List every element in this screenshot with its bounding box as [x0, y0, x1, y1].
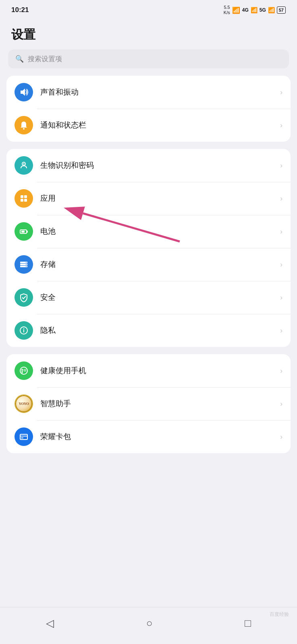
page-title: 设置	[0, 19, 297, 50]
nav-back-button[interactable]: ◁	[34, 614, 66, 633]
privacy-icon-circle	[15, 321, 33, 340]
security-label: 安全	[40, 292, 280, 303]
svg-rect-12	[27, 231, 28, 233]
svg-rect-5	[24, 195, 27, 198]
settings-row-assistant[interactable]: YOYO 智慧助手 ›	[6, 387, 291, 420]
sound-icon	[19, 87, 29, 97]
data-speed: 5.5K/s	[224, 5, 230, 15]
svg-rect-7	[24, 199, 27, 202]
svg-point-21	[23, 328, 24, 329]
settings-row-privacy[interactable]: 隐私 ›	[6, 314, 291, 347]
search-icon: 🔍	[15, 55, 24, 63]
health-chevron: ›	[280, 367, 282, 375]
status-bar: 10:21 5.5K/s 📶 4G 📶 5G 📶 57	[0, 0, 297, 19]
wifi-icon: 📶	[232, 6, 240, 14]
notification-icon	[19, 120, 29, 130]
svg-marker-0	[21, 89, 25, 96]
watermark: 百度经验	[270, 611, 289, 618]
assistant-label: 智慧助手	[40, 398, 280, 409]
apps-chevron: ›	[280, 194, 282, 203]
security-chevron: ›	[280, 293, 282, 302]
status-time: 10:21	[11, 6, 29, 14]
nav-recent-button[interactable]: □	[233, 614, 263, 633]
notification-label: 通知和状态栏	[40, 120, 280, 130]
battery-indicator: 57	[277, 6, 286, 14]
status-icons: 5.5K/s 📶 4G 📶 5G 📶 57	[224, 5, 286, 15]
wallet-chevron: ›	[280, 433, 282, 441]
svg-rect-23	[20, 434, 27, 440]
wallet-label: 荣耀卡包	[40, 431, 280, 442]
settings-row-sound[interactable]: 声首和振动 ›	[6, 76, 291, 109]
storage-icon-circle	[15, 255, 33, 274]
settings-card-2: 生物识别和密码 › 应用 ›	[6, 149, 291, 347]
sound-label: 声首和振动	[40, 87, 280, 97]
privacy-label: 隐私	[40, 325, 280, 336]
svg-rect-11	[21, 231, 25, 233]
signal-5g-icon: 5G	[260, 7, 266, 13]
svg-point-3	[23, 163, 25, 165]
settings-row-wallet[interactable]: 荣耀卡包 ›	[6, 420, 291, 453]
settings-row-security[interactable]: 安全 ›	[6, 281, 291, 314]
nav-bar: ◁ ○ □	[0, 607, 297, 644]
health-label: 健康使用手机	[40, 365, 280, 376]
settings-row-storage[interactable]: 存储 ›	[6, 248, 291, 281]
settings-row-health[interactable]: 健康使用手机 ›	[6, 354, 291, 387]
svg-rect-4	[21, 195, 23, 198]
storage-label: 存储	[40, 259, 280, 270]
svg-rect-6	[21, 199, 23, 202]
assistant-icon-circle: YOYO	[15, 394, 33, 413]
storage-icon	[19, 259, 29, 270]
apps-icon-circle	[15, 189, 33, 208]
sound-chevron: ›	[280, 88, 282, 97]
battery-chevron: ›	[280, 227, 282, 236]
privacy-icon	[19, 325, 29, 336]
notification-icon-circle	[15, 116, 33, 134]
battery-icon-circle	[15, 222, 33, 241]
apps-label: 应用	[40, 193, 280, 204]
settings-card-1: 声首和振动 › 通知和状态栏 ›	[6, 76, 291, 142]
svg-rect-20	[23, 330, 24, 332]
settings-card-3: 健康使用手机 › YOYO 智慧助手 › 荣耀卡包 ›	[6, 354, 291, 453]
health-icon-circle	[15, 361, 33, 380]
battery-label: 电池	[40, 226, 280, 237]
storage-chevron: ›	[280, 260, 282, 269]
search-bar[interactable]: 🔍 搜索设置项	[8, 50, 289, 68]
privacy-chevron: ›	[280, 326, 282, 335]
sound-icon-circle	[15, 83, 33, 101]
biometric-icon-circle	[15, 156, 33, 175]
settings-row-biometric[interactable]: 生物识别和密码 ›	[6, 149, 291, 182]
settings-row-apps[interactable]: 应用 ›	[6, 182, 291, 215]
svg-point-16	[26, 262, 27, 263]
svg-rect-25	[21, 438, 23, 438]
battery-icon	[19, 226, 29, 237]
biometric-label: 生物识别和密码	[40, 160, 280, 171]
apps-icon	[19, 193, 29, 204]
signal-4g-icon: 4G	[242, 7, 249, 13]
biometric-icon	[19, 160, 29, 171]
wallet-icon	[19, 431, 29, 442]
assistant-chevron: ›	[280, 400, 282, 408]
signal-bars2-icon: 📶	[268, 7, 275, 13]
security-icon-circle	[15, 288, 33, 307]
notification-chevron: ›	[280, 121, 282, 130]
signal-bars-icon: 📶	[251, 7, 258, 13]
health-icon	[19, 365, 29, 376]
svg-point-1	[23, 128, 25, 130]
svg-point-18	[26, 266, 27, 267]
biometric-chevron: ›	[280, 161, 282, 170]
nav-home-button[interactable]: ○	[134, 614, 165, 633]
wallet-icon-circle	[15, 427, 33, 446]
settings-row-battery[interactable]: 电池 ›	[6, 215, 291, 248]
svg-point-17	[26, 264, 27, 265]
svg-point-22	[20, 367, 27, 374]
search-placeholder: 搜索设置项	[28, 54, 62, 64]
security-icon	[19, 292, 29, 303]
settings-row-notification[interactable]: 通知和状态栏 ›	[6, 109, 291, 142]
svg-rect-24	[20, 436, 27, 437]
